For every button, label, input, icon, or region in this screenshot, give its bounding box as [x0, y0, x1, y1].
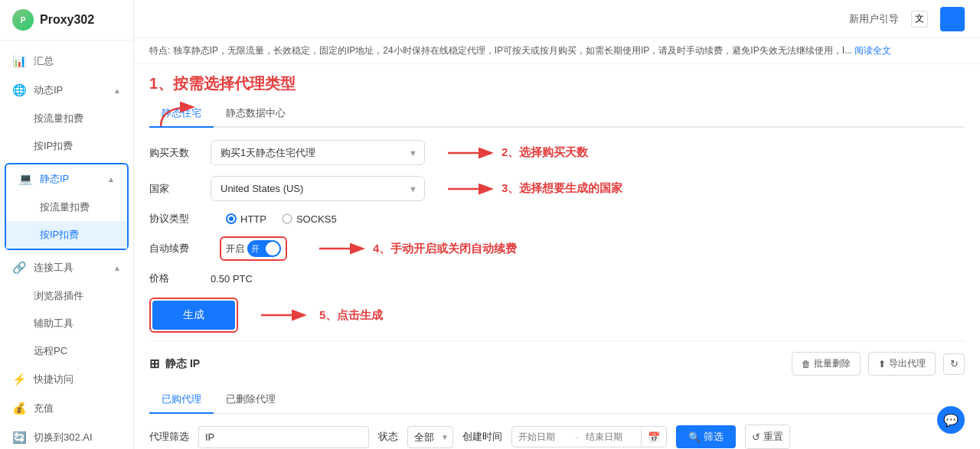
logo-text: Proxy302	[40, 13, 94, 27]
auto-renew-label: 自动续费	[149, 242, 211, 255]
sidebar-item-summary[interactable]: 📊 汇总	[0, 47, 133, 76]
status-label: 状态	[378, 430, 398, 444]
section-title-text: 静态 IP	[165, 357, 200, 371]
main-content: 新用户引导 文 特点: 独享静态IP，无限流量，长效稳定，固定的IP地址，24小…	[134, 0, 980, 449]
sidebar-item-static-by-ip[interactable]: 按IP扣费	[6, 221, 127, 249]
batch-delete-button[interactable]: 🗑 批量删除	[792, 352, 861, 376]
sub-tab-purchased[interactable]: 已购代理	[149, 386, 214, 414]
auto-renew-on-text: 开启	[226, 242, 244, 255]
sidebar-item-browser-plugin[interactable]: 浏览器插件	[0, 282, 133, 310]
chevron-up-icon: ▲	[113, 86, 121, 95]
sidebar-item-dynamic-by-ip[interactable]: 按IP扣费	[0, 132, 133, 160]
recharge-icon: 💰	[12, 402, 26, 415]
country-label: 国家	[149, 182, 211, 196]
tab-static-datacenter[interactable]: 静态数据中心	[214, 100, 298, 128]
proxy-input-group: IP 域名	[198, 426, 369, 448]
export-button[interactable]: ⬆ 导出代理	[868, 352, 936, 376]
auto-renew-toggle[interactable]: 开	[247, 240, 281, 257]
section-header: ⊞ 静态 IP 🗑 批量删除 ⬆ 导出代理 ↻	[149, 352, 965, 376]
step3-arrow	[440, 177, 501, 200]
sidebar-item-label: 充值	[34, 402, 121, 415]
created-time-label: 创建时间	[462, 430, 502, 444]
start-date-input[interactable]	[512, 427, 573, 447]
protocol-socks5-option[interactable]: SOCKS5	[282, 213, 337, 225]
proxy-type-select[interactable]: IP 域名	[198, 426, 231, 448]
generate-btn-wrapper: 生成	[149, 298, 238, 333]
price-row: 价格 0.50 PTC	[149, 272, 965, 285]
read-more-link[interactable]: 阅读全文	[854, 45, 891, 56]
sidebar-sub-label: 辅助工具	[34, 317, 74, 330]
export-icon: ⬆	[878, 359, 886, 369]
trash-icon: 🗑	[802, 359, 811, 369]
language-icon[interactable]: 文	[911, 11, 928, 28]
date-separator: -	[573, 431, 580, 443]
http-label: HTTP	[240, 213, 266, 225]
price-label: 价格	[149, 272, 211, 285]
page-content: 1、按需选择代理类型 静态住宅 静态数据中心 购买天数 购买1天静态	[134, 64, 980, 449]
sidebar-sub-label: 按IP扣费	[40, 228, 79, 242]
purchase-days-select[interactable]: 购买1天静态住宅代理 购买7天静态住宅代理 购买30天静态住宅代理	[211, 140, 425, 165]
purchase-days-label: 购买天数	[149, 146, 211, 160]
sub-tab-label: 已删除代理	[226, 393, 276, 405]
sidebar-item-static-ip[interactable]: 💻 静态IP ▲	[6, 164, 127, 194]
export-label: 导出代理	[889, 357, 926, 370]
refresh-icon: ↻	[950, 358, 959, 369]
status-select[interactable]: 全部 在线 离线	[407, 426, 453, 448]
sidebar-item-quick-access[interactable]: ⚡ 快捷访问	[0, 365, 133, 394]
filter-btn-label: 筛选	[704, 430, 724, 444]
end-date-input[interactable]	[580, 427, 641, 447]
sidebar-item-switch-302[interactable]: 🔄 切换到302.AI	[0, 423, 133, 449]
sidebar-sub-label: 按流量扣费	[40, 200, 90, 214]
calendar-icon[interactable]: 📅	[641, 428, 666, 446]
generate-button[interactable]: 生成	[152, 301, 235, 330]
step4-arrow	[312, 237, 373, 260]
section-actions: 🗑 批量删除 ⬆ 导出代理 ↻	[792, 352, 965, 376]
auto-renew-row: 自动续费 开启 开 4、手动开启或关闭自动	[149, 236, 965, 261]
refresh-button[interactable]: ↻	[943, 353, 965, 375]
sidebar-item-label: 切换到302.AI	[34, 431, 121, 444]
sidebar-item-remote-pc[interactable]: 远程PC	[0, 337, 133, 365]
reset-button[interactable]: ↺ 重置	[745, 425, 790, 449]
socks5-label: SOCKS5	[296, 213, 337, 225]
sidebar-item-static-by-traffic[interactable]: 按流量扣费	[6, 194, 127, 221]
static-ip-section: ⊞ 静态 IP 🗑 批量删除 ⬆ 导出代理 ↻	[149, 340, 965, 449]
sidebar-item-dynamic-ip[interactable]: 🌐 动态IP ▲	[0, 76, 133, 105]
sidebar-sub-label: 浏览器插件	[34, 289, 83, 303]
sidebar-sub-label: 按流量扣费	[34, 112, 83, 125]
sidebar-item-dynamic-by-traffic[interactable]: 按流量扣费	[0, 105, 133, 132]
step3-text: 3、选择想要生成的国家	[501, 181, 622, 196]
step2-annotation: 2、选择购买天数	[440, 142, 588, 164]
switch-icon: 🔄	[12, 431, 26, 444]
sidebar-item-label: 动态IP	[34, 83, 106, 97]
filter-button[interactable]: 🔍 筛选	[676, 425, 736, 448]
new-user-guide-link[interactable]: 新用户引导	[849, 12, 899, 26]
purchase-days-row: 购买天数 购买1天静态住宅代理 购买7天静态住宅代理 购买30天静态住宅代理 ▼	[149, 140, 965, 165]
sidebar-sub-label: 按IP扣费	[34, 139, 73, 153]
sidebar-item-label: 连接工具	[34, 261, 106, 275]
sub-tab-deleted[interactable]: 已删除代理	[214, 386, 288, 414]
batch-delete-label: 批量删除	[814, 357, 851, 370]
logo-icon: P	[12, 9, 34, 31]
chat-fab-button[interactable]: 💬	[937, 406, 965, 434]
http-radio[interactable]	[226, 213, 237, 224]
country-select[interactable]: United States (US) China (CN) Japan (JP)…	[211, 176, 425, 201]
step1-arrow	[153, 99, 199, 130]
sidebar-item-connection-tools[interactable]: 🔗 连接工具 ▲	[0, 253, 133, 282]
form-area: 购买天数 购买1天静态住宅代理 购买7天静态住宅代理 购买30天静态住宅代理 ▼	[149, 140, 965, 333]
socks5-radio[interactable]	[282, 213, 292, 224]
proxy-type-tabs: 静态住宅 静态数据中心	[149, 100, 965, 128]
proxy-filter-label: 代理筛选	[149, 430, 189, 444]
notice-bar: 特点: 独享静态IP，无限流量，长效稳定，固定的IP地址，24小时保持在线稳定代…	[134, 38, 980, 64]
sidebar-item-recharge[interactable]: 💰 充值	[0, 394, 133, 423]
proxy-search-input[interactable]	[231, 426, 369, 448]
chevron-up-icon: ▲	[107, 175, 115, 184]
sidebar-item-helper-tool[interactable]: 辅助工具	[0, 310, 133, 337]
sidebar-item-label: 汇总	[34, 54, 121, 68]
user-avatar[interactable]	[940, 7, 965, 31]
protocol-http-option[interactable]: HTTP	[226, 213, 266, 225]
sidebar: P Proxy302 📊 汇总 🌐 动态IP ▲ 按流量扣费 按IP扣费 💻 静…	[0, 0, 134, 449]
toggle-on-label: 开	[251, 243, 260, 255]
price-value: 0.50 PTC	[211, 273, 253, 285]
step4-text: 4、手动开启或关闭自动续费	[373, 242, 517, 256]
date-range-picker: - 📅	[511, 426, 667, 447]
